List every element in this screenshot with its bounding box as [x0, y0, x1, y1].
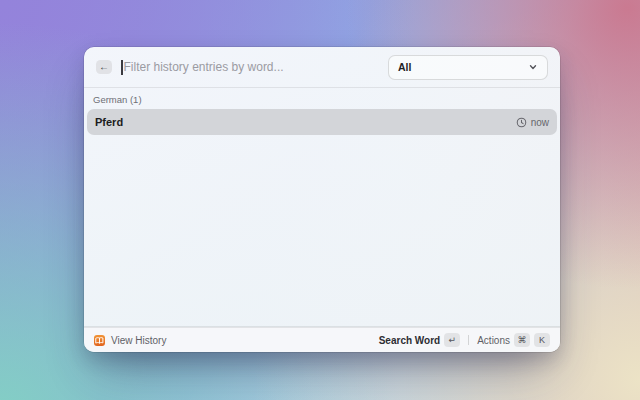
- open-book-icon: [94, 335, 105, 346]
- command-key-icon: ⌘: [514, 333, 530, 347]
- list-item-accessory: now: [516, 117, 549, 128]
- extension-name-label: View History: [111, 335, 166, 346]
- k-key-icon: K: [534, 333, 550, 347]
- section-header: German (1): [93, 94, 560, 105]
- footer-actions: Search Word ↵ Actions ⌘ K: [379, 333, 550, 347]
- clock-icon: [516, 117, 527, 128]
- actions-menu-button[interactable]: Actions ⌘ K: [477, 333, 550, 347]
- search-word-extension-window: ← All German (1) Pferd: [84, 47, 560, 352]
- list-item-title: Pferd: [95, 116, 516, 128]
- search-input[interactable]: [124, 60, 389, 74]
- search-bar: ← All: [84, 47, 560, 87]
- list-item[interactable]: Pferd now: [87, 109, 557, 135]
- text-cursor: [121, 60, 123, 75]
- desktop-background: ← All German (1) Pferd: [0, 0, 640, 400]
- list-item-time: now: [531, 117, 549, 128]
- action-bar: View History Search Word ↵ Actions ⌘ K: [84, 327, 560, 352]
- arrow-left-icon: ←: [99, 62, 109, 72]
- chevron-down-icon: [528, 62, 538, 72]
- return-key-icon: ↵: [444, 333, 460, 347]
- results-list: German (1) Pferd now: [84, 88, 560, 326]
- actions-separator: [468, 335, 469, 345]
- primary-action-button[interactable]: Search Word ↵: [379, 333, 461, 347]
- filter-dropdown-value: All: [398, 61, 528, 73]
- actions-menu-label: Actions: [477, 335, 510, 346]
- filter-dropdown[interactable]: All: [388, 55, 548, 80]
- primary-action-label: Search Word: [379, 335, 441, 346]
- back-button[interactable]: ←: [96, 60, 112, 74]
